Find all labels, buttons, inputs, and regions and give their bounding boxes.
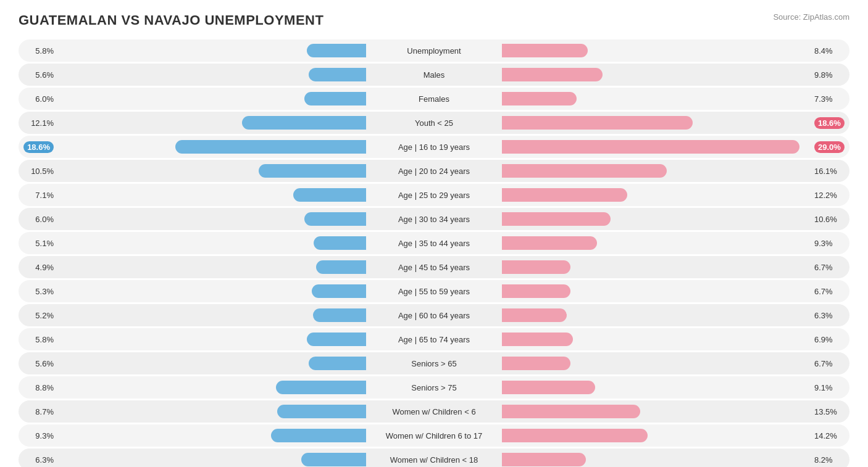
left-bar-area: [59, 92, 366, 105]
bars-center: Youth < 25: [59, 112, 809, 134]
right-value: 8.2%: [809, 455, 849, 465]
chart-title: GUATEMALAN VS NAVAJO UNEMPLOYMENT: [19, 12, 323, 28]
right-bar-area: [502, 260, 809, 274]
bar-label: Age | 65 to 74 years: [366, 335, 502, 344]
bar-row: 6.3%Women w/ Children < 188.2%: [19, 448, 849, 467]
blue-bar: [313, 308, 366, 322]
left-value: 8.8%: [19, 383, 59, 392]
left-value: 6.0%: [19, 94, 59, 104]
chart-source: Source: ZipAtlas.com: [773, 12, 849, 22]
bar-row: 5.8%Age | 65 to 74 years6.9%: [19, 328, 849, 350]
right-bar-area: [502, 429, 809, 442]
left-value: 7.1%: [19, 191, 59, 200]
bar-row: 5.2%Age | 60 to 64 years6.3%: [19, 304, 849, 326]
blue-bar: [309, 68, 366, 81]
bar-row: 8.8%Seniors > 759.1%: [19, 376, 849, 399]
right-bar-area: [502, 92, 809, 105]
right-value: 6.7%: [809, 263, 849, 272]
right-value: 6.9%: [809, 335, 849, 344]
pink-bar: [502, 453, 586, 466]
blue-bar: [242, 116, 366, 130]
pink-bar: [502, 212, 611, 226]
right-value: 9.8%: [809, 70, 849, 80]
chart-container: GUATEMALAN VS NAVAJO UNEMPLOYMENT Source…: [19, 12, 849, 467]
left-bar-area: [59, 164, 366, 178]
left-bar-area: [59, 453, 366, 466]
bar-row: 12.1%Youth < 2518.6%: [19, 112, 849, 134]
left-value: 5.6%: [19, 70, 59, 80]
right-value: 16.1%: [809, 167, 849, 176]
right-bar-area: [502, 44, 809, 57]
left-bar-area: [59, 188, 366, 202]
blue-bar: [276, 381, 366, 394]
bar-label: Age | 25 to 29 years: [366, 191, 502, 200]
right-bar-area: [502, 212, 809, 226]
left-bar-area: [59, 381, 366, 394]
bars-center: Women w/ Children 6 to 17: [59, 424, 809, 447]
left-value: 5.3%: [19, 287, 59, 296]
chart-body: 5.8%Unemployment8.4%5.6%Males9.8%6.0%Fem…: [19, 39, 849, 467]
pink-bar: [502, 284, 570, 298]
blue-bar: [259, 164, 366, 178]
right-value: 9.1%: [809, 383, 849, 392]
blue-bar: [304, 212, 366, 226]
bars-center: Women w/ Children < 6: [59, 400, 809, 423]
pink-bar: [502, 116, 693, 130]
right-bar-area: [502, 308, 809, 322]
bars-center: Age | 65 to 74 years: [59, 328, 809, 350]
blue-bar: [301, 453, 366, 466]
left-bar-area: [59, 429, 366, 442]
bars-center: Age | 25 to 29 years: [59, 184, 809, 206]
right-bar-area: [502, 405, 809, 418]
left-value-highlight: 18.6%: [23, 141, 54, 153]
right-bar-area: [502, 284, 809, 298]
right-bar-area: [502, 333, 809, 346]
pink-bar: [502, 429, 648, 442]
bar-row: 10.5%Age | 20 to 24 years16.1%: [19, 160, 849, 182]
bar-label: Age | 60 to 64 years: [366, 311, 502, 320]
bars-center: Age | 20 to 24 years: [59, 160, 809, 182]
pink-bar: [502, 260, 570, 274]
bars-center: Unemployment: [59, 39, 809, 62]
left-value: 5.8%: [19, 46, 59, 56]
bar-row: 5.6%Males9.8%: [19, 64, 849, 86]
bar-row: 5.3%Age | 55 to 59 years6.7%: [19, 280, 849, 302]
bar-row: 8.7%Women w/ Children < 613.5%: [19, 400, 849, 423]
left-bar-area: [59, 236, 366, 250]
left-bar-area: [59, 44, 366, 57]
bar-label: Females: [366, 94, 502, 104]
left-value: 9.3%: [19, 431, 59, 440]
pink-bar: [502, 164, 667, 178]
blue-bar: [309, 357, 366, 370]
right-value-highlight: 18.6%: [814, 117, 845, 129]
left-value: 5.6%: [19, 359, 59, 368]
blue-bar: [307, 333, 366, 346]
right-value: 12.2%: [809, 191, 849, 200]
bar-label: Women w/ Children < 18: [366, 455, 502, 465]
right-bar-area: [502, 140, 809, 154]
pink-bar: [502, 333, 573, 346]
bar-row: 18.6%Age | 16 to 19 years29.0%: [19, 136, 849, 158]
bars-center: Females: [59, 88, 809, 110]
bars-center: Males: [59, 64, 809, 86]
bar-label: Women w/ Children < 6: [366, 407, 502, 416]
pink-bar: [502, 140, 799, 154]
right-bar-area: [502, 164, 809, 178]
pink-bar: [502, 405, 640, 418]
left-bar-area: [59, 140, 366, 154]
left-value: 4.9%: [19, 263, 59, 272]
bar-label: Age | 30 to 34 years: [366, 215, 502, 224]
left-value: 6.0%: [19, 215, 59, 224]
blue-bar: [277, 405, 366, 418]
bar-label: Age | 35 to 44 years: [366, 239, 502, 248]
bar-row: 6.0%Age | 30 to 34 years10.6%: [19, 208, 849, 230]
bars-center: Women w/ Children < 18: [59, 448, 809, 467]
pink-bar: [502, 236, 597, 250]
blue-bar: [175, 140, 366, 154]
right-value: 7.3%: [809, 94, 849, 104]
bar-label: Youth < 25: [366, 118, 502, 128]
left-value: 8.7%: [19, 407, 59, 416]
blue-bar: [312, 284, 366, 298]
left-value: 5.8%: [19, 335, 59, 344]
right-value: 6.7%: [809, 287, 849, 296]
